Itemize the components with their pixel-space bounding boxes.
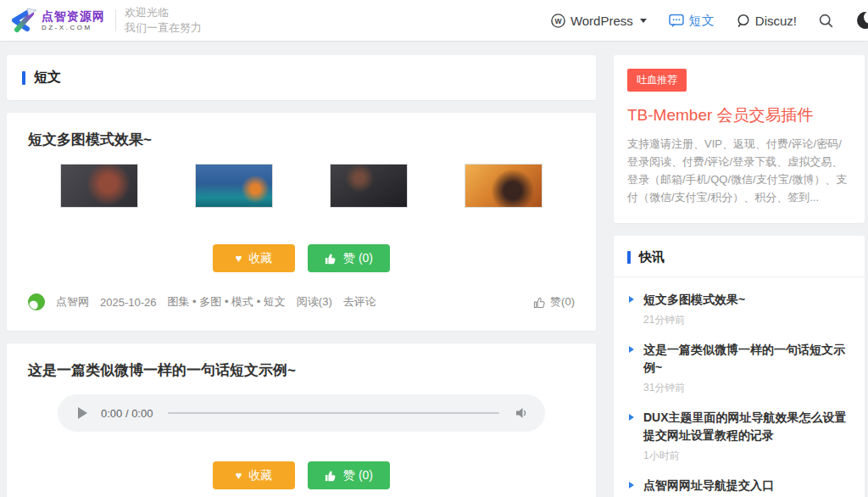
- chat-icon: [669, 14, 684, 28]
- news-item-title[interactable]: DUX主题里面的网址导航效果怎么设置提交网址设置教程的记录: [643, 409, 851, 444]
- logo-subtitle: DZ-X.COM: [42, 25, 105, 31]
- news-item-time: 1小时前: [643, 449, 851, 463]
- wordpress-icon: W: [551, 14, 565, 28]
- nav-label-duanwen: 短文: [689, 13, 715, 29]
- audio-player-wrap: 0:00 / 0:00: [28, 394, 575, 432]
- promo-title[interactable]: TB-Member 会员交易插件: [627, 104, 851, 126]
- thumbnail-row: [28, 164, 575, 208]
- article-meta-row: 点智网 2025-10-26 图集 • 多图 • 模式 • 短文 阅读(3) 去…: [28, 293, 575, 310]
- heart-icon: ♥: [236, 253, 242, 264]
- nav-item-discuz[interactable]: Discuz!: [737, 14, 797, 28]
- news-item-title[interactable]: 短文多图模式效果~: [643, 291, 851, 309]
- read-count: 阅读(3): [297, 294, 332, 310]
- triangle-bullet-icon: [629, 482, 634, 489]
- avatar[interactable]: [28, 293, 45, 310]
- heart-icon: ♥: [236, 470, 242, 481]
- thumbs-up-outline-icon: [533, 296, 546, 309]
- news-item[interactable]: 这是一篇类似微博一样的一句话短文示例~ 31分钟前: [627, 341, 851, 395]
- meta-like-counter[interactable]: 赞(0): [533, 294, 575, 310]
- discuz-icon: [737, 14, 750, 28]
- like-button[interactable]: 赞 (0): [308, 461, 390, 489]
- like-label: 赞 (0): [343, 468, 373, 483]
- sidebar: 吐血推荐 TB-Member 会员交易插件 支持邀请注册、VIP、返现、付费/评…: [614, 55, 865, 497]
- triangle-bullet-icon: [629, 414, 634, 421]
- volume-icon[interactable]: [515, 406, 530, 420]
- like-label: 赞 (0): [343, 251, 373, 266]
- audio-player[interactable]: 0:00 / 0:00: [58, 394, 545, 432]
- search-icon[interactable]: [819, 14, 833, 28]
- svg-text:W: W: [554, 16, 562, 25]
- favorite-label: 收藏: [248, 251, 272, 266]
- article-image-4[interactable]: [465, 164, 542, 208]
- news-title: 快讯: [639, 249, 665, 265]
- news-item-time: 21分钟前: [643, 313, 851, 327]
- logo-title: 点智资源网: [42, 10, 105, 22]
- audio-progress-track[interactable]: [168, 412, 499, 414]
- favorite-button[interactable]: ♥ 收藏: [213, 244, 295, 272]
- article-card-audio: 这是一篇类似微博一样的一句话短文示例~ 0:00 / 0:00: [7, 343, 596, 497]
- thumbs-up-icon: [325, 470, 337, 482]
- go-comment-link[interactable]: 去评论: [343, 294, 376, 310]
- promo-badge[interactable]: 吐血推荐: [627, 69, 687, 92]
- news-item[interactable]: DUX主题里面的网址导航效果怎么设置提交网址设置教程的记录 1小时前: [627, 409, 851, 463]
- main-column: 短文 短文多图模式效果~ ♥ 收藏: [7, 55, 596, 497]
- favorite-label: 收藏: [248, 468, 272, 483]
- accent-bar: [22, 71, 25, 85]
- article-image-3[interactable]: [330, 164, 408, 208]
- caret-down-icon: [640, 19, 647, 23]
- publish-date: 2025-10-26: [100, 296, 157, 309]
- nav-item-wordpress[interactable]: W WordPress: [551, 14, 647, 28]
- moon-icon[interactable]: [855, 10, 868, 31]
- logo-x-icon: [8, 8, 37, 33]
- play-icon[interactable]: [78, 407, 87, 419]
- news-item-title[interactable]: 点智网网址导航提交入口: [643, 477, 851, 494]
- action-button-row: ♥ 收藏 赞 (0): [28, 461, 575, 489]
- news-item[interactable]: 点智网网址导航提交入口 2小时前: [627, 477, 851, 497]
- article-card-multi-image: 短文多图模式效果~ ♥ 收藏: [7, 113, 596, 331]
- nav-label-discuz: Discuz!: [755, 14, 797, 28]
- article-image-2[interactable]: [195, 164, 273, 208]
- triangle-bullet-icon: [629, 296, 634, 303]
- site-logo[interactable]: 点智资源网 DZ-X.COM: [8, 8, 105, 33]
- accent-bar: [627, 251, 631, 264]
- promo-description: 支持邀请注册、VIP、返现、付费/评论/密码/登录阅读、付费/评论/登录下载、虚…: [627, 135, 851, 206]
- article-title[interactable]: 这是一篇类似微博一样的一句话短文示例~: [28, 360, 575, 380]
- author-name[interactable]: 点智网: [56, 294, 89, 310]
- news-header: 快讯: [614, 249, 865, 277]
- action-button-row: ♥ 收藏 赞 (0): [28, 244, 575, 272]
- welcome-text: 欢迎光临 我们一直在努力: [125, 5, 202, 35]
- article-title[interactable]: 短文多图模式效果~: [28, 130, 575, 149]
- promo-card: 吐血推荐 TB-Member 会员交易插件 支持邀请注册、VIP、返现、付费/评…: [614, 55, 865, 223]
- favorite-button[interactable]: ♥ 收藏: [213, 461, 295, 489]
- audio-time: 0:00 / 0:00: [101, 407, 153, 420]
- news-item[interactable]: 短文多图模式效果~ 21分钟前: [627, 291, 851, 327]
- news-card: 快讯 短文多图模式效果~ 21分钟前 这是一篇类似微博一样的一句话短文示例~ 3…: [614, 236, 865, 497]
- nav-label-wordpress: WordPress: [570, 14, 633, 28]
- thumbs-up-icon: [325, 253, 337, 265]
- header-divider: [115, 9, 116, 31]
- page-title: 短文: [34, 69, 61, 87]
- nav-item-duanwen[interactable]: 短文: [669, 13, 715, 29]
- news-item-time: 31分钟前: [643, 381, 851, 395]
- like-button[interactable]: 赞 (0): [308, 244, 390, 272]
- main-nav: W WordPress 短文: [551, 10, 868, 31]
- tag-list[interactable]: 图集 • 多图 • 模式 • 短文: [168, 294, 286, 310]
- site-header: 点智资源网 DZ-X.COM 欢迎光临 我们一直在努力 W WordPress: [0, 0, 868, 41]
- article-image-1[interactable]: [60, 164, 138, 208]
- news-item-title[interactable]: 这是一篇类似微博一样的一句话短文示例~: [643, 341, 851, 377]
- triangle-bullet-icon: [629, 346, 634, 353]
- page-title-card: 短文: [7, 55, 596, 100]
- page-layout: 短文 短文多图模式效果~ ♥ 收藏: [0, 41, 868, 497]
- meta-like-label: 赞(0): [550, 294, 575, 310]
